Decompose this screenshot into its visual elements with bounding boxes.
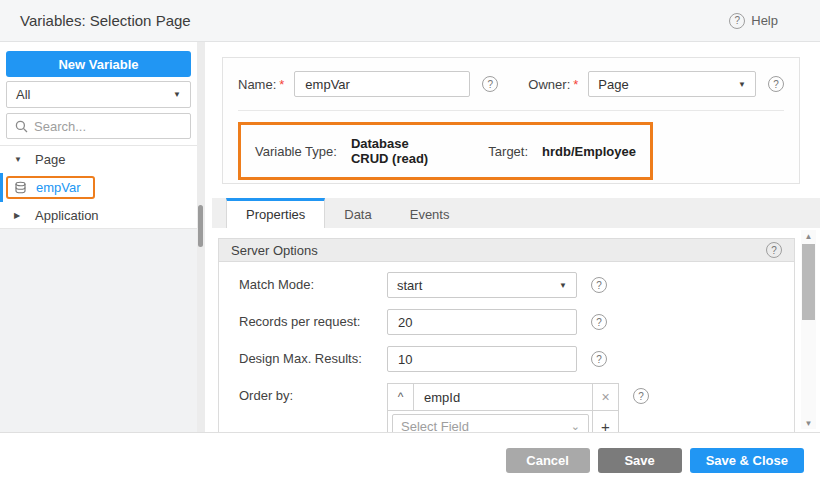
select-field-placeholder: Select Field	[401, 419, 469, 432]
variable-type-highlight-box: Variable Type: Database CRUD (read) Targ…	[238, 122, 653, 180]
properties-content: Server Options ? Match Mode: start ▼ ?	[212, 228, 820, 432]
scroll-up-arrow-icon[interactable]: ▲	[801, 230, 816, 242]
name-label: Name:	[238, 77, 276, 92]
dropdown-caret-icon: ▼	[559, 281, 567, 290]
owner-label: Owner:	[528, 77, 570, 92]
server-options-help-icon[interactable]: ?	[766, 242, 782, 258]
order-by-row: Order by: ^ empId × Select Field	[239, 383, 776, 432]
order-by-add-row: Select Field ⌄ +	[388, 411, 618, 432]
tree-node-empvar-selected[interactable]: empVar	[0, 173, 197, 202]
help-icon: ?	[729, 13, 745, 29]
target-pair: Target: hrdb/Employee	[488, 144, 636, 159]
summary-card: Name: * ? Owner: * Page ▼ ?	[222, 57, 800, 184]
database-icon	[14, 181, 28, 195]
variables-dialog: Variables: Selection Page ? Help New Var…	[0, 0, 820, 488]
dropdown-caret-icon: ▼	[173, 90, 181, 99]
close-icon: ×	[601, 389, 609, 405]
match-mode-select[interactable]: start ▼	[387, 272, 577, 298]
help-label: Help	[751, 13, 778, 28]
filter-value: All	[16, 87, 30, 102]
chevron-down-icon: ⌄	[571, 420, 580, 432]
tree-node-application[interactable]: ▶ Application	[0, 202, 197, 229]
tree-node-page[interactable]: ▼ Page	[0, 146, 197, 173]
variable-filter-select[interactable]: All ▼	[6, 81, 191, 108]
dialog-footer: Cancel Save Save & Close	[0, 432, 820, 488]
selected-variable-name: empVar	[36, 180, 81, 195]
design-max-results-input[interactable]	[387, 346, 577, 372]
sidebar-scrollbar-thumb[interactable]	[198, 205, 203, 247]
variable-type-label: Variable Type:	[255, 144, 337, 159]
sort-asc-icon: ^	[398, 390, 404, 404]
server-options-header: Server Options ?	[219, 239, 794, 262]
design-max-results-help-icon[interactable]: ?	[591, 351, 607, 367]
variable-type-pair: Variable Type: Database CRUD (read)	[255, 136, 428, 166]
required-asterisk: *	[573, 77, 578, 92]
server-options-body: Match Mode: start ▼ ? Records per reques…	[219, 262, 794, 432]
required-asterisk: *	[279, 77, 284, 92]
save-and-close-button[interactable]: Save & Close	[690, 448, 804, 473]
target-label: Target:	[488, 144, 528, 159]
tab-properties[interactable]: Properties	[226, 198, 325, 228]
plus-icon: +	[601, 418, 610, 432]
records-per-request-label: Records per request:	[239, 309, 387, 329]
match-mode-label: Match Mode:	[239, 272, 387, 292]
content-scrollbar[interactable]: ▲ ▼	[801, 230, 816, 429]
owner-help-icon[interactable]: ?	[768, 76, 784, 92]
name-input[interactable]	[294, 71, 470, 97]
add-order-field-button[interactable]: +	[592, 411, 618, 432]
tab-events[interactable]: Events	[391, 198, 469, 228]
sort-direction-toggle[interactable]: ^	[388, 384, 414, 410]
records-per-request-row: Records per request: ?	[239, 309, 776, 335]
records-per-request-input[interactable]	[387, 309, 577, 335]
summary-card-wrap: Name: * ? Owner: * Page ▼ ?	[212, 42, 820, 184]
dropdown-caret-icon: ▼	[738, 80, 746, 89]
dialog-header: Variables: Selection Page ? Help	[0, 0, 820, 42]
owner-select[interactable]: Page ▼	[588, 71, 756, 97]
design-max-results-label: Design Max. Results:	[239, 346, 387, 366]
sidebar-scrollbar[interactable]	[197, 42, 205, 432]
page-title: Variables: Selection Page	[20, 12, 191, 29]
variable-type-value: Database CRUD (read)	[351, 136, 428, 166]
name-owner-row: Name: * ? Owner: * Page ▼ ?	[238, 71, 784, 97]
scroll-down-arrow-icon[interactable]: ▼	[801, 417, 816, 429]
tree-node-label: Application	[35, 208, 99, 223]
order-by-label: Order by:	[239, 383, 387, 403]
tree-node-label: Page	[35, 152, 65, 167]
search-input[interactable]	[34, 119, 182, 134]
variable-search[interactable]	[6, 113, 191, 139]
select-field-dropdown[interactable]: Select Field ⌄	[392, 414, 589, 432]
variables-tree: ▼ Page empVar ▶ Application	[0, 145, 197, 229]
new-variable-button[interactable]: New Variable	[6, 51, 191, 77]
detail-tabs: Properties Data Events	[212, 198, 820, 228]
caret-down-icon: ▼	[14, 155, 24, 164]
search-icon	[15, 120, 28, 133]
match-mode-row: Match Mode: start ▼ ?	[239, 272, 776, 298]
help-button[interactable]: ? Help	[729, 13, 800, 29]
content-scrollbar-thumb[interactable]	[802, 244, 815, 320]
save-button[interactable]: Save	[598, 448, 682, 473]
name-help-icon[interactable]: ?	[482, 76, 498, 92]
target-value: hrdb/Employee	[542, 144, 636, 159]
dialog-body: New Variable All ▼ ▼ Page	[0, 42, 820, 432]
order-by-field-value: empId	[414, 384, 592, 410]
tab-data[interactable]: Data	[325, 198, 390, 228]
design-max-results-row: Design Max. Results: ?	[239, 346, 776, 372]
match-mode-help-icon[interactable]: ?	[591, 277, 607, 293]
cancel-button[interactable]: Cancel	[506, 448, 590, 473]
order-by-entry: ^ empId ×	[388, 384, 618, 411]
order-by-help-icon[interactable]: ?	[633, 388, 649, 404]
sidebar-controls: New Variable All ▼	[0, 42, 197, 145]
card-divider	[238, 110, 784, 111]
caret-right-icon: ▶	[14, 211, 24, 220]
variables-sidebar: New Variable All ▼ ▼ Page	[0, 42, 197, 432]
records-per-request-help-icon[interactable]: ?	[591, 314, 607, 330]
match-mode-value: start	[397, 278, 422, 293]
server-options-panel: Server Options ? Match Mode: start ▼ ?	[218, 238, 795, 432]
sidebar-empty-area	[0, 228, 197, 432]
owner-value: Page	[598, 77, 628, 92]
server-options-title: Server Options	[231, 243, 318, 258]
variable-detail-panel: Name: * ? Owner: * Page ▼ ?	[212, 42, 820, 432]
selected-variable-highlight: empVar	[6, 176, 95, 199]
order-by-widget: ^ empId × Select Field ⌄ +	[387, 383, 619, 432]
remove-order-field-button[interactable]: ×	[592, 384, 618, 410]
